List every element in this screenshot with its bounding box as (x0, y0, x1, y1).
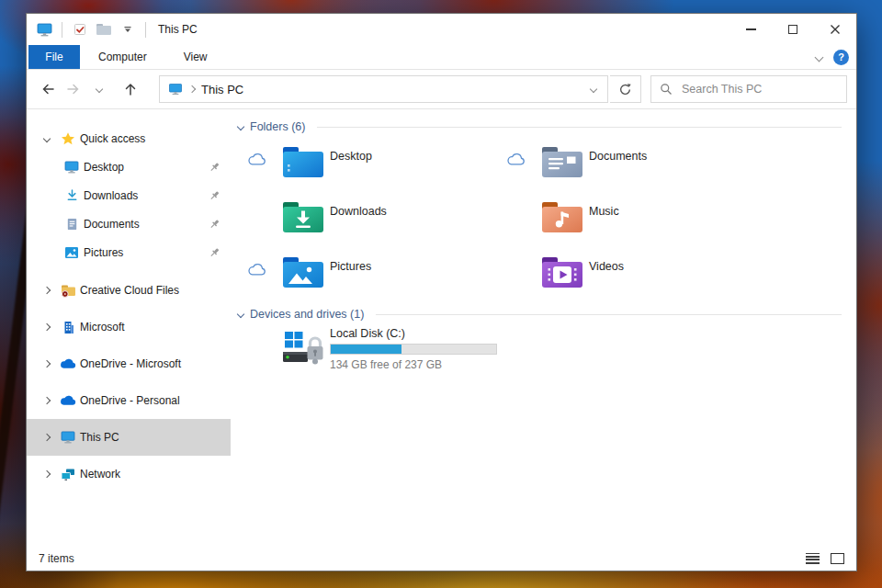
sidebar-item-creative-cloud-files[interactable]: Creative Cloud Files (27, 272, 231, 309)
chevron-right-icon[interactable] (43, 287, 51, 294)
folder-tile-downloads[interactable]: Downloads (247, 196, 506, 251)
search-field[interactable] (650, 75, 847, 103)
sidebar-item-microsoft[interactable]: Microsoft (27, 309, 231, 345)
sidebar-item-label: Microsoft (80, 321, 125, 334)
separator (145, 22, 146, 38)
folders-grid: Desktop Documents Downloads (247, 141, 842, 306)
group-rule (317, 127, 842, 128)
drive-info: Local Disk (C:) 134 GB free of 237 GB (330, 327, 497, 371)
this-pc-icon (168, 84, 183, 96)
drive-label: Local Disk (C:) (330, 327, 497, 340)
help-button[interactable]: ? (833, 50, 849, 65)
search-input[interactable] (680, 82, 838, 96)
monitor-icon (63, 160, 80, 175)
pin-icon[interactable] (209, 161, 220, 173)
sidebar-item-desktop[interactable]: Desktop (27, 153, 231, 181)
chevron-right-icon[interactable] (43, 360, 51, 368)
close-button[interactable] (814, 14, 856, 45)
breadcrumb[interactable]: This PC (160, 76, 580, 102)
sidebar-item-label: This PC (80, 431, 119, 444)
folder-tile-music[interactable]: Music (506, 196, 765, 251)
customize-toolbar-button[interactable] (119, 20, 137, 39)
status-bar: 7 items (27, 546, 856, 571)
chevron-right-icon[interactable] (43, 323, 51, 331)
folder-tile-desktop[interactable]: Desktop (247, 141, 506, 196)
properties-button[interactable] (71, 20, 89, 39)
folder-documents-icon (540, 141, 584, 182)
folder-label: Downloads (330, 205, 387, 218)
group-rule (376, 314, 842, 315)
group-label: Devices and drives (1) (250, 308, 364, 321)
folder-downloads-icon (281, 197, 325, 237)
pin-icon[interactable] (209, 246, 220, 258)
folder-tile-documents[interactable]: Documents (506, 141, 765, 196)
sidebar-item-pictures[interactable]: Pictures (27, 238, 231, 266)
sidebar-item-quick-access[interactable]: Quick access (27, 124, 231, 153)
search-icon (660, 83, 673, 96)
folder-tile-pictures[interactable]: Pictures (247, 251, 506, 306)
folder-music-icon (540, 197, 584, 237)
folder-label: Pictures (330, 260, 371, 273)
group-header-folders[interactable]: Folders (6) (238, 119, 842, 135)
sidebar-item-documents[interactable]: Documents (27, 209, 231, 238)
recent-locations-button[interactable] (87, 77, 111, 101)
refresh-button[interactable] (610, 75, 641, 103)
folder-desktop-icon (281, 141, 325, 182)
tab-computer-label: Computer (98, 51, 147, 63)
forward-button[interactable] (62, 77, 85, 101)
cloud-status-icon (247, 263, 266, 277)
back-button[interactable] (36, 77, 60, 101)
chevron-down-icon[interactable] (43, 134, 51, 141)
maximize-button[interactable] (772, 14, 814, 45)
cloud-status-icon (247, 153, 266, 166)
onedrive-cloud-icon (60, 393, 76, 408)
folder-tile-videos[interactable]: Videos (506, 251, 765, 306)
up-button[interactable] (119, 77, 142, 101)
sidebar-item-label: Network (80, 468, 120, 481)
sidebar-item-onedrive-microsoft[interactable]: OneDrive - Microsoft (27, 345, 231, 382)
group-header-devices[interactable]: Devices and drives (1) (238, 306, 842, 322)
folder-label: Music (589, 205, 619, 218)
pin-icon[interactable] (209, 218, 220, 230)
sidebar-item-onedrive-personal[interactable]: OneDrive - Personal (27, 382, 231, 419)
chevron-right-icon[interactable] (43, 434, 51, 441)
new-folder-button[interactable] (95, 20, 113, 39)
sidebar-item-label: Downloads (84, 189, 138, 202)
drive-tile-local-disk-c[interactable]: Local Disk (C:) 134 GB free of 237 GB (247, 326, 842, 383)
maximize-icon (788, 25, 797, 34)
ribbon-tab-bar: File Computer View ? (27, 45, 856, 70)
title-bar[interactable]: This PC (27, 14, 856, 45)
monitor-icon (60, 430, 76, 445)
content-pane: Folders (6) Desktop (231, 107, 856, 546)
details-view-button[interactable] (806, 553, 820, 564)
minimize-button[interactable] (729, 14, 772, 45)
drive-capacity-text: 134 GB free of 237 GB (330, 358, 497, 371)
cloud-status-icon (506, 153, 526, 166)
this-pc-icon (35, 20, 53, 39)
chevron-right-icon[interactable] (43, 470, 51, 478)
breadcrumb-location[interactable]: This PC (201, 83, 243, 96)
local-disk-icon (281, 328, 325, 367)
sidebar-item-label: Desktop (84, 161, 124, 174)
window-controls (729, 14, 856, 45)
tab-file[interactable]: File (28, 45, 80, 69)
sidebar-item-network[interactable]: Network (27, 456, 231, 492)
network-icon (60, 467, 76, 481)
tab-computer[interactable]: Computer (80, 45, 165, 69)
star-icon (60, 131, 76, 146)
address-dropdown-button[interactable] (580, 76, 607, 102)
folder-label: Desktop (330, 150, 372, 163)
pin-icon[interactable] (209, 189, 220, 201)
large-icons-view-button[interactable] (831, 553, 844, 564)
collapse-group-icon[interactable] (237, 123, 244, 130)
tab-view[interactable]: View (165, 45, 226, 69)
expand-ribbon-icon[interactable] (815, 52, 824, 62)
chevron-right-icon[interactable] (43, 397, 51, 404)
collapse-group-icon[interactable] (237, 311, 244, 318)
separator (62, 22, 62, 38)
address-bar[interactable]: This PC (159, 75, 608, 103)
sidebar-item-this-pc[interactable]: This PC (27, 419, 231, 456)
refresh-icon (618, 83, 632, 96)
sidebar-item-downloads[interactable]: Downloads (27, 181, 231, 209)
tab-view-label: View (184, 51, 208, 63)
